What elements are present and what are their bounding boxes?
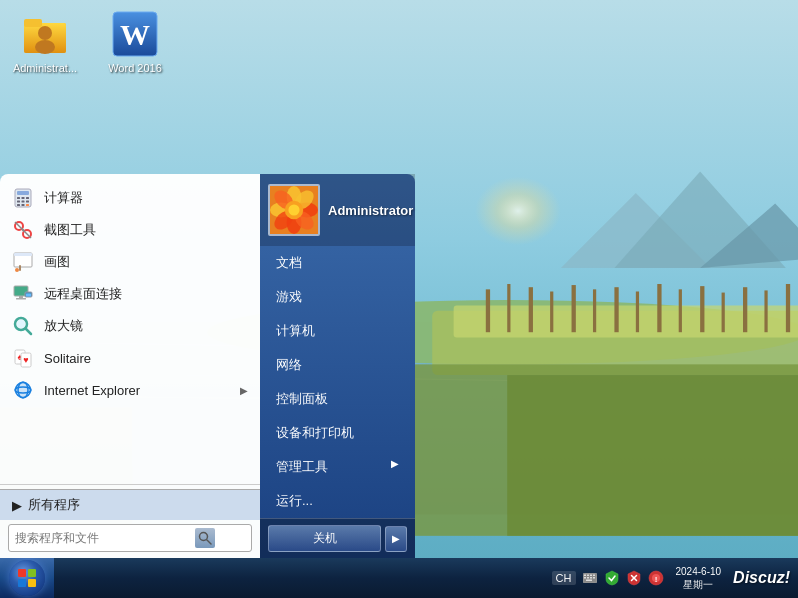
rdp-label: 远程桌面连接 — [44, 285, 122, 303]
all-programs-label: 所有程序 — [28, 496, 80, 514]
desktop: Administrat... W Word 2016 — [0, 0, 798, 598]
svg-rect-56 — [19, 265, 21, 271]
logo-q3 — [18, 579, 26, 587]
user-panel: Administrator — [260, 174, 415, 246]
menu-item-rdp[interactable]: 远程桌面连接 — [0, 278, 260, 310]
svg-line-63 — [26, 329, 31, 334]
svg-rect-60 — [16, 298, 26, 300]
svg-rect-88 — [587, 575, 589, 577]
user-avatar[interactable] — [268, 184, 320, 236]
antivirus-icon[interactable]: ! — [648, 570, 664, 586]
svg-rect-32 — [24, 19, 42, 27]
start-orb — [9, 560, 45, 596]
svg-rect-54 — [14, 253, 32, 256]
menu-item-network[interactable]: 网络 — [260, 348, 415, 382]
administrator-label: Administrat... — [13, 62, 77, 74]
search-bar — [8, 524, 252, 552]
all-programs-area: ▶ 所有程序 — [0, 489, 260, 520]
shutdown-button[interactable]: 关机 — [268, 525, 381, 552]
desktop-icon-word2016[interactable]: W Word 2016 — [100, 10, 170, 74]
svg-point-55 — [15, 268, 19, 272]
svg-rect-93 — [590, 577, 592, 579]
menu-item-calculator[interactable]: 计算器 — [0, 182, 260, 214]
svg-rect-28 — [507, 375, 798, 536]
svg-rect-89 — [590, 575, 592, 577]
menu-item-sniptool[interactable]: 截图工具 — [0, 214, 260, 246]
svg-rect-59 — [19, 296, 23, 298]
rdp-icon — [12, 283, 34, 305]
start-menu-left: 计算器 截图工具 — [0, 174, 260, 558]
svg-rect-15 — [550, 291, 553, 332]
desktop-icon-administrator[interactable]: Administrat... — [10, 10, 80, 74]
svg-rect-22 — [700, 286, 704, 332]
svg-rect-92 — [587, 577, 589, 579]
logo-q4 — [28, 579, 36, 587]
logo-q2 — [28, 569, 36, 577]
menu-item-documents[interactable]: 文档 — [260, 246, 415, 280]
svg-rect-14 — [529, 287, 533, 332]
magnifier-icon — [12, 315, 34, 337]
svg-text:W: W — [120, 18, 150, 51]
svg-point-1 — [389, 129, 603, 300]
start-button[interactable] — [0, 558, 54, 598]
svg-rect-90 — [593, 575, 595, 577]
menu-divider-1 — [0, 484, 260, 485]
svg-rect-20 — [657, 284, 661, 332]
search-button[interactable] — [195, 528, 215, 548]
discuz-logo: Discuz! — [733, 569, 790, 587]
menu-item-computer[interactable]: 计算机 — [260, 314, 415, 348]
start-menu-right: Administrator 文档 游戏 计算机 网络 控制面板 — [260, 174, 415, 558]
username-label: Administrator — [328, 203, 413, 218]
admintools-arrow: ▶ — [391, 458, 399, 469]
svg-rect-45 — [26, 201, 29, 203]
search-input[interactable] — [15, 531, 195, 545]
shield-red-icon[interactable] — [626, 570, 642, 586]
menu-item-solitaire[interactable]: ♠ ♥ Solitaire — [0, 342, 260, 374]
avatar-image — [270, 186, 318, 234]
svg-rect-17 — [593, 289, 596, 332]
solitaire-label: Solitaire — [44, 351, 91, 366]
svg-rect-18 — [614, 287, 618, 332]
svg-rect-48 — [26, 204, 29, 206]
ie-submenu-arrow: ▶ — [240, 385, 248, 396]
menu-item-ie[interactable]: Internet Explorer ▶ — [0, 374, 260, 406]
svg-point-64 — [17, 320, 25, 328]
word2016-label: Word 2016 — [108, 62, 162, 74]
windows-logo — [18, 569, 36, 587]
keyboard-icon[interactable] — [582, 570, 598, 586]
all-programs-button[interactable]: ▶ 所有程序 — [12, 496, 80, 514]
menu-item-run[interactable]: 运行... — [260, 484, 415, 518]
desktop-icons-container: Administrat... W Word 2016 — [10, 10, 170, 74]
clock-area[interactable]: 2024-6-10 星期一 — [670, 565, 728, 591]
sniptool-icon — [12, 219, 34, 241]
language-indicator[interactable]: CH — [552, 571, 576, 585]
menu-item-admintools[interactable]: 管理工具 ▶ — [260, 450, 415, 484]
shutdown-options-button[interactable]: ▶ — [385, 526, 407, 552]
taskbar-right: CH — [552, 565, 798, 591]
start-menu-items: 计算器 截图工具 — [0, 174, 260, 480]
menu-item-controlpanel[interactable]: 控制面板 — [260, 382, 415, 416]
menu-item-magnifier[interactable]: 放大镜 — [0, 310, 260, 342]
paint-label: 画图 — [44, 253, 70, 271]
calculator-icon — [12, 187, 34, 209]
svg-rect-46 — [17, 204, 20, 206]
shield-green-icon[interactable] — [604, 570, 620, 586]
svg-rect-41 — [22, 197, 25, 199]
ie-label: Internet Explorer — [44, 383, 140, 398]
magnifier-label: 放大镜 — [44, 317, 83, 335]
svg-point-85 — [288, 204, 299, 215]
word2016-icon: W — [111, 10, 159, 58]
svg-rect-42 — [26, 197, 29, 199]
clock-day: 星期一 — [683, 578, 713, 591]
sniptool-label: 截图工具 — [44, 221, 96, 239]
menu-item-games[interactable]: 游戏 — [260, 280, 415, 314]
menu-item-paint[interactable]: 画图 — [0, 246, 260, 278]
menu-item-devices[interactable]: 设备和打印机 — [260, 416, 415, 450]
paint-icon — [12, 251, 34, 273]
svg-point-73 — [200, 533, 208, 541]
logo-q1 — [18, 569, 26, 577]
svg-rect-26 — [786, 284, 790, 332]
svg-rect-21 — [679, 289, 682, 332]
taskbar: CH — [0, 558, 798, 598]
svg-point-33 — [38, 26, 52, 40]
